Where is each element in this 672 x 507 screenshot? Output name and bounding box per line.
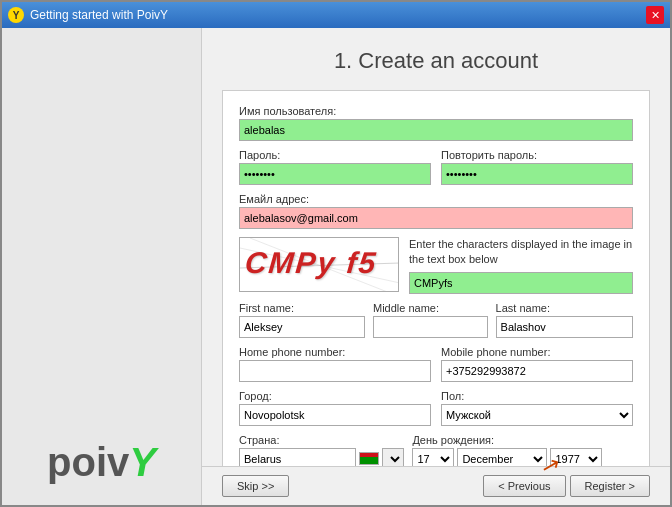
close-button[interactable]: ✕ (646, 6, 664, 24)
captcha-hint: Enter the characters displayed in the im… (409, 237, 633, 268)
mobile-phone-input[interactable] (441, 360, 633, 382)
nav-buttons-area: ↗ < Previous Register > (483, 475, 650, 497)
bottom-bar: Skip >> ↗ < Previous Register > (202, 466, 670, 505)
city-label: Город: (239, 390, 431, 402)
main-content: poivY 1. Create an account Имя пользоват… (2, 28, 670, 505)
home-phone-input[interactable] (239, 360, 431, 382)
form-container: Имя пользователя: Пароль: Повторить паро… (222, 90, 650, 466)
dob-col: День рождения: 17 December 1977 (412, 434, 633, 466)
middle-name-col: Middle name: (373, 302, 488, 338)
app-icon: Y (8, 7, 24, 23)
confirm-password-input[interactable] (441, 163, 633, 185)
email-label: Емайл адрес: (239, 193, 633, 205)
sidebar: poivY (2, 28, 202, 505)
titlebar: Y Getting started with PoivY ✕ (2, 2, 670, 28)
gender-select[interactable]: Мужской Женский (441, 404, 633, 426)
captcha-input[interactable] (409, 272, 633, 294)
middle-name-input[interactable] (373, 316, 488, 338)
register-button[interactable]: Register > (570, 475, 650, 497)
email-input[interactable] (239, 207, 633, 229)
phone-row: Home phone number: Mobile phone number: (239, 346, 633, 382)
main-window: Y Getting started with PoivY ✕ poivY 1. … (0, 0, 672, 507)
btn-group: < Previous Register > (483, 475, 650, 497)
mobile-phone-col: Mobile phone number: (441, 346, 633, 382)
last-name-col: Last name: (496, 302, 633, 338)
first-name-input[interactable] (239, 316, 365, 338)
country-label: Страна: (239, 434, 404, 446)
logo: poivY (47, 440, 156, 485)
dob-month-select[interactable]: December (457, 448, 547, 466)
country-select[interactable]: ▼ (382, 448, 404, 466)
first-name-col: First name: (239, 302, 365, 338)
captcha-text: CMPy f5 (244, 246, 379, 280)
password-col: Пароль: (239, 149, 431, 185)
page-title: 1. Create an account (222, 48, 650, 74)
gender-label: Пол: (441, 390, 633, 402)
username-label: Имя пользователя: (239, 105, 633, 117)
mobile-phone-label: Mobile phone number: (441, 346, 633, 358)
content-area: 1. Create an account Имя пользователя: П… (202, 28, 670, 466)
password-label: Пароль: (239, 149, 431, 161)
dob-selects: 17 December 1977 (412, 448, 633, 466)
country-col: Страна: ▼ (239, 434, 404, 466)
home-phone-label: Home phone number: (239, 346, 431, 358)
home-phone-col: Home phone number: (239, 346, 431, 382)
country-input-row: ▼ (239, 448, 404, 466)
confirm-password-label: Повторить пароль: (441, 149, 633, 161)
confirm-password-col: Повторить пароль: (441, 149, 633, 185)
username-row: Имя пользователя: (239, 105, 633, 141)
country-input[interactable] (239, 448, 356, 466)
city-gender-row: Город: Пол: Мужской Женский (239, 390, 633, 426)
city-col: Город: (239, 390, 431, 426)
email-row: Емайл адрес: (239, 193, 633, 229)
captcha-row: CMPy f5 Enter the characters displayed i… (239, 237, 633, 294)
first-name-label: First name: (239, 302, 365, 314)
logo-poiv: poiv (47, 440, 129, 484)
dob-label: День рождения: (412, 434, 633, 446)
country-dob-row: Страна: ▼ День рождения: (239, 434, 633, 466)
window-title: Getting started with PoivY (30, 8, 168, 22)
name-row: First name: Middle name: Last name: (239, 302, 633, 338)
skip-button[interactable]: Skip >> (222, 475, 289, 497)
last-name-input[interactable] (496, 316, 633, 338)
gender-col: Пол: Мужской Женский (441, 390, 633, 426)
dob-day-select[interactable]: 17 (412, 448, 454, 466)
captcha-image: CMPy f5 (239, 237, 399, 292)
city-input[interactable] (239, 404, 431, 426)
logo-y: Y (129, 440, 156, 484)
password-input[interactable] (239, 163, 431, 185)
captcha-right: Enter the characters displayed in the im… (409, 237, 633, 294)
username-input[interactable] (239, 119, 633, 141)
password-row: Пароль: Повторить пароль: (239, 149, 633, 185)
flag-icon (359, 452, 379, 465)
middle-name-label: Middle name: (373, 302, 488, 314)
titlebar-left: Y Getting started with PoivY (8, 7, 168, 23)
last-name-label: Last name: (496, 302, 633, 314)
